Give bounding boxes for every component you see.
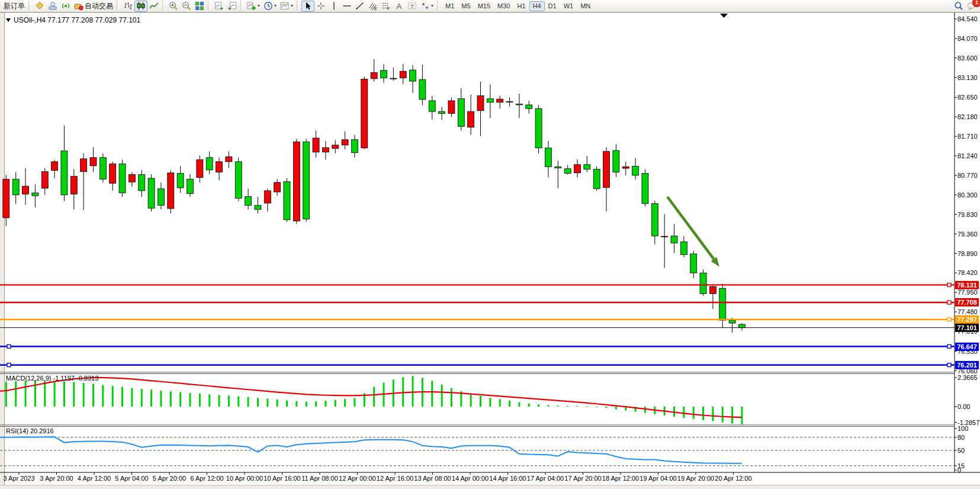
autotrading-label: 自动交易 <box>85 1 113 11</box>
market-watch-button[interactable] <box>33 1 46 12</box>
candlestick-button[interactable] <box>134 1 147 12</box>
arrows-dropdown-arrow-icon[interactable]: ▾ <box>431 4 433 8</box>
add-indicator-button[interactable]: ▾ <box>245 1 262 12</box>
tf-h4-button[interactable]: H4 <box>529 1 545 11</box>
new-order-button[interactable]: 新订单 <box>2 1 27 12</box>
time-tick-label: 12 Apr 16:00 <box>377 475 413 482</box>
tile-windows-button[interactable] <box>193 1 206 12</box>
price-tick-label: 79.830 <box>957 211 978 218</box>
time-tick-label: 19 Apr 20:00 <box>677 475 714 482</box>
cursor-button[interactable] <box>301 1 314 12</box>
zoom-in-button[interactable] <box>167 1 180 12</box>
template-dropdown-arrow-icon[interactable]: ▾ <box>291 4 293 8</box>
toolbar-separator <box>240 1 243 11</box>
new-order-label: 新订单 <box>4 1 25 11</box>
tf-m5-button[interactable]: M5 <box>458 1 474 11</box>
line-chart-button[interactable] <box>147 1 160 12</box>
hline-price-box: 77.297 <box>955 315 979 324</box>
crosshair-icon <box>316 1 326 11</box>
time-tick-label: 17 Apr 04:00 <box>527 475 564 482</box>
horizontal-line-icon <box>342 1 352 11</box>
price-tick-label: 79.360 <box>957 231 978 238</box>
search-button[interactable] <box>952 1 965 12</box>
arrows-button[interactable]: ▾ <box>419 1 435 12</box>
tf-m5-label: M5 <box>461 2 470 9</box>
time-tick-label: 13 Apr 08:00 <box>414 475 451 482</box>
data-window-button[interactable] <box>46 1 59 12</box>
chart-canvas[interactable] <box>0 0 980 489</box>
hline-handle <box>7 345 11 349</box>
price-tick-label: 84.540 <box>957 15 978 23</box>
vertical-line-button[interactable] <box>327 1 340 12</box>
template-button[interactable]: ▾ <box>278 1 295 12</box>
bar-chart-icon <box>123 1 133 11</box>
text-label-button[interactable]: T <box>406 1 419 12</box>
axis-tick-marks <box>19 19 957 475</box>
chart-collapse-icon[interactable] <box>6 18 11 22</box>
tile-windows-icon <box>195 1 204 11</box>
hline-handle <box>947 283 951 287</box>
chat-button-wrap[interactable]: 1 <box>965 1 978 12</box>
svg-text:F: F <box>387 7 390 11</box>
chart-title-text: USOil-,H4 77.177 77.208 77.029 77.101 <box>14 16 140 24</box>
tf-w1-button[interactable]: W1 <box>560 1 577 11</box>
profile-next-icon <box>214 1 224 11</box>
chat-badge: 1 <box>972 0 980 7</box>
price-tick-label: 77.480 <box>957 308 978 315</box>
period-button[interactable]: ▾ <box>262 1 278 12</box>
market-watch-icon <box>35 1 44 11</box>
toolbar: 新订单自动交易▾▾▾EFAT▾M1M5M15M30H1H4D1W1MN1 <box>0 0 980 12</box>
tf-d1-label: D1 <box>548 2 557 9</box>
period-dropdown-arrow-icon[interactable]: ▾ <box>274 4 277 8</box>
profile-next-button[interactable] <box>213 1 226 12</box>
crosshair-button[interactable] <box>314 1 327 12</box>
horizontal-line-objects[interactable] <box>0 283 955 367</box>
tf-h4-label: H4 <box>533 2 541 9</box>
add-indicator-dropdown-arrow-icon[interactable]: ▾ <box>258 4 260 8</box>
tf-m1-button[interactable]: M1 <box>442 1 458 11</box>
svg-text:A: A <box>397 2 402 11</box>
tf-m15-button[interactable]: M15 <box>474 1 494 11</box>
line-chart-icon <box>149 1 159 11</box>
toolbar-separator <box>162 1 165 11</box>
current-price-box: 77.101 <box>955 324 979 332</box>
tf-mn-label: MN <box>580 2 590 9</box>
time-tick-label: 5 Apr 20:00 <box>153 475 186 482</box>
tf-m30-button[interactable]: M30 <box>494 1 513 11</box>
price-tick-label: 81.710 <box>957 133 978 140</box>
search-icon <box>954 1 963 11</box>
zoom-out-button[interactable] <box>180 1 193 12</box>
fibonacci-button[interactable]: F <box>380 1 393 12</box>
time-tick-label: 10 Apr 00:00 <box>226 475 263 482</box>
candlestick-series <box>0 59 745 333</box>
zoom-out-icon <box>182 1 191 11</box>
tf-m15-label: M15 <box>478 2 490 9</box>
channel-button[interactable]: E <box>367 1 380 12</box>
tf-h1-button[interactable]: H1 <box>513 1 529 11</box>
hline-price-box: 76.647 <box>955 343 979 351</box>
bar-chart-button[interactable] <box>121 1 134 12</box>
trendline-button[interactable] <box>354 1 367 12</box>
autotrading-button[interactable]: 自动交易 <box>72 1 115 12</box>
price-tick-label: 78.420 <box>957 269 978 276</box>
hline-price-box: 76.201 <box>955 361 979 369</box>
time-tick-label: 3 Apr 2023 <box>3 475 34 482</box>
rsi-tick-label: 0 <box>957 466 961 474</box>
text-button[interactable]: A <box>393 1 406 12</box>
macd-indicator-label: MACD(12,26,9) -1.1197 -0.8313 <box>6 375 98 382</box>
price-tick-label: 80.770 <box>957 172 978 179</box>
profile-prev-button[interactable] <box>226 1 239 12</box>
chart-shift-marker-icon <box>720 14 728 18</box>
rsi-level-lines <box>0 437 955 466</box>
tf-m1-label: M1 <box>445 2 454 9</box>
horizontal-line-button[interactable] <box>340 1 354 12</box>
svg-text:E: E <box>374 7 377 11</box>
signals-button[interactable] <box>59 1 72 12</box>
tf-d1-button[interactable]: D1 <box>545 1 560 11</box>
vertical-line-icon <box>329 1 339 11</box>
macd-histogram <box>0 376 743 424</box>
tf-mn-button[interactable]: MN <box>577 1 594 11</box>
time-tick-label: 14 Apr 16:00 <box>489 475 526 482</box>
time-tick-label: 19 Apr 04:00 <box>640 475 676 482</box>
rsi-tick-label: 80 <box>957 434 965 441</box>
